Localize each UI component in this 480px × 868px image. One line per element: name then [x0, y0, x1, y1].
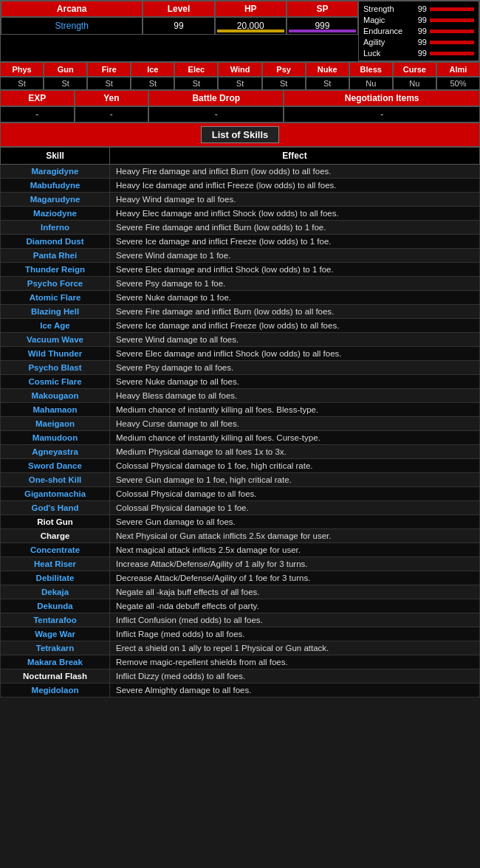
- strength-val: 99: [143, 17, 214, 35]
- skills-header: List of Skills: [0, 123, 480, 147]
- skill-name: Sword Dance: [1, 459, 110, 473]
- stat-row: Magic 99: [363, 16, 474, 24]
- skill-effect: Severe Nuke damage to all foes.: [110, 375, 480, 389]
- affinity-header: Ice: [131, 62, 174, 77]
- table-row: Sword Dance Colossal Physical damage to …: [1, 459, 480, 473]
- skill-name: Riot Gun: [1, 515, 110, 529]
- skill-name: Thunder Reign: [1, 263, 110, 277]
- skill-name: Maragidyne: [1, 165, 110, 179]
- hp-header: HP: [215, 1, 287, 17]
- table-row: Debilitate Decrease Attack/Defense/Agili…: [1, 571, 480, 585]
- skill-name: Vacuum Wave: [1, 333, 110, 347]
- affinity-header: Curse: [393, 62, 436, 77]
- skill-effect: Severe Fire damage and inflict Burn (low…: [110, 305, 480, 319]
- skill-effect: Colossal Physical damage to 1 foe, high …: [110, 459, 480, 473]
- table-row: Riot Gun Severe Gun damage to all foes.: [1, 515, 480, 529]
- skill-effect: Inflict Rage (med odds) to all foes.: [110, 627, 480, 641]
- table-row: Atomic Flare Severe Nuke damage to 1 foe…: [1, 291, 480, 305]
- negotiation-header: Negotiation Items: [284, 90, 480, 106]
- stat-row: Luck 99: [363, 49, 474, 58]
- stat-row: Endurance 99: [363, 27, 474, 35]
- skill-name: Makougaon: [1, 389, 110, 403]
- skill-effect: Colossal Physical damage to all foes.: [110, 487, 480, 501]
- affinity-value: 50%: [436, 77, 480, 90]
- stat-name: Strength: [363, 4, 409, 13]
- affinity-header: Psy: [262, 62, 306, 77]
- arcana-header: Arcana: [1, 1, 143, 17]
- skill-name: Tentarafoo: [1, 613, 110, 627]
- table-row: Concentrate Next magical attack inflicts…: [1, 543, 480, 557]
- sp-header: SP: [287, 1, 358, 17]
- skill-effect: Heavy Wind damage to all foes.: [110, 193, 480, 207]
- skill-effect: Severe Gun damage to 1 foe, high critica…: [110, 473, 480, 487]
- skill-name: Blazing Hell: [1, 305, 110, 319]
- skill-name: Dekaja: [1, 585, 110, 599]
- battle-drop-header: Battle Drop: [148, 90, 284, 106]
- skill-effect: Inflict Confusion (med odds) to all foes…: [110, 613, 480, 627]
- stat-val: 99: [412, 27, 427, 35]
- table-row: Cosmic Flare Severe Nuke damage to all f…: [1, 375, 480, 389]
- stat-name: Luck: [363, 49, 409, 58]
- stat-val: 99: [412, 49, 427, 58]
- skill-effect: Negate all -nda debuff effects of party.: [110, 599, 480, 613]
- skill-effect: Severe Almighty damage to all foes.: [110, 683, 480, 698]
- stat-name: Magic: [363, 16, 409, 24]
- table-row: Vacuum Wave Severe Wind damage to all fo…: [1, 333, 480, 347]
- skill-name: Concentrate: [1, 543, 110, 557]
- skill-effect: Next magical attack inflicts 2.5x damage…: [110, 543, 480, 557]
- table-row: Tetrakarn Erect a shield on 1 ally to re…: [1, 641, 480, 655]
- table-row: Dekaja Negate all -kaja buff effects of …: [1, 585, 480, 599]
- level-header: Level: [143, 1, 214, 17]
- skill-name: Magarudyne: [1, 193, 110, 207]
- table-row: Makara Break Remove magic-repellent shie…: [1, 655, 480, 669]
- skill-effect: Medium chance of instantly killing all f…: [110, 431, 480, 445]
- skills-col-skill: Skill: [1, 148, 110, 165]
- affinity-value: St: [131, 77, 174, 90]
- table-row: Heat Riser Increase Attack/Defense/Agili…: [1, 557, 480, 571]
- yen-header: Yen: [75, 90, 149, 106]
- affinity-header: Phys: [0, 62, 44, 77]
- table-row: Magarudyne Heavy Wind damage to all foes…: [1, 193, 480, 207]
- affinity-headers-row: PhysGunFireIceElecWindPsyNukeBlessCurseA…: [0, 62, 480, 77]
- skill-name: Diamond Dust: [1, 235, 110, 249]
- skill-name: Megidolaon: [1, 683, 110, 698]
- skill-effect: Severe Wind damage to 1 foe.: [110, 249, 480, 263]
- affinity-value: St: [174, 77, 218, 90]
- skill-name: One-shot Kill: [1, 473, 110, 487]
- stat-row: Strength 99: [363, 4, 474, 13]
- skill-name: Mamudoon: [1, 431, 110, 445]
- table-row: Makougaon Heavy Bless damage to all foes…: [1, 389, 480, 403]
- skill-effect: Decrease Attack/Defense/Agility of 1 foe…: [110, 571, 480, 585]
- table-row: Wild Thunder Severe Elec damage and infl…: [1, 347, 480, 361]
- table-row: Mamudoon Medium chance of instantly kill…: [1, 431, 480, 445]
- skill-name: Panta Rhei: [1, 249, 110, 263]
- skill-name: Wage War: [1, 627, 110, 641]
- table-row: Agneyastra Medium Physical damage to all…: [1, 445, 480, 459]
- skill-name: Maziodyne: [1, 207, 110, 221]
- skill-name: Maeigaon: [1, 417, 110, 431]
- skill-name: Psycho Force: [1, 277, 110, 291]
- hp-val: 20,000: [215, 17, 287, 35]
- stat-val: 99: [412, 16, 427, 24]
- skill-name: Atomic Flare: [1, 291, 110, 305]
- table-row: Psycho Blast Severe Psy damage to all fo…: [1, 361, 480, 375]
- skill-effect: Severe Ice damage and inflict Freeze (lo…: [110, 235, 480, 249]
- skill-name: Nocturnal Flash: [1, 669, 110, 683]
- affinity-header: Elec: [174, 62, 218, 77]
- table-row: Nocturnal Flash Inflict Dizzy (med odds)…: [1, 669, 480, 683]
- skill-effect: Severe Psy damage to all foes.: [110, 361, 480, 375]
- table-row: Inferno Severe Fire damage and inflict B…: [1, 221, 480, 235]
- skill-name: Dekunda: [1, 599, 110, 613]
- skill-name: Mabufudyne: [1, 179, 110, 193]
- table-row: God's Hand Colossal Physical damage to 1…: [1, 501, 480, 515]
- skill-name: Cosmic Flare: [1, 375, 110, 389]
- skill-name: Inferno: [1, 221, 110, 235]
- skill-effect: Severe Elec damage and inflict Shock (lo…: [110, 263, 480, 277]
- skill-effect: Severe Psy damage to 1 foe.: [110, 277, 480, 291]
- skill-effect: Negate all -kaja buff effects of all foe…: [110, 585, 480, 599]
- table-row: Maragidyne Heavy Fire damage and inflict…: [1, 165, 480, 179]
- skill-effect: Severe Gun damage to all foes.: [110, 515, 480, 529]
- skill-name: Heat Riser: [1, 557, 110, 571]
- stat-val: 99: [412, 38, 427, 46]
- skill-effect: Increase Attack/Defense/Agility of 1 all…: [110, 557, 480, 571]
